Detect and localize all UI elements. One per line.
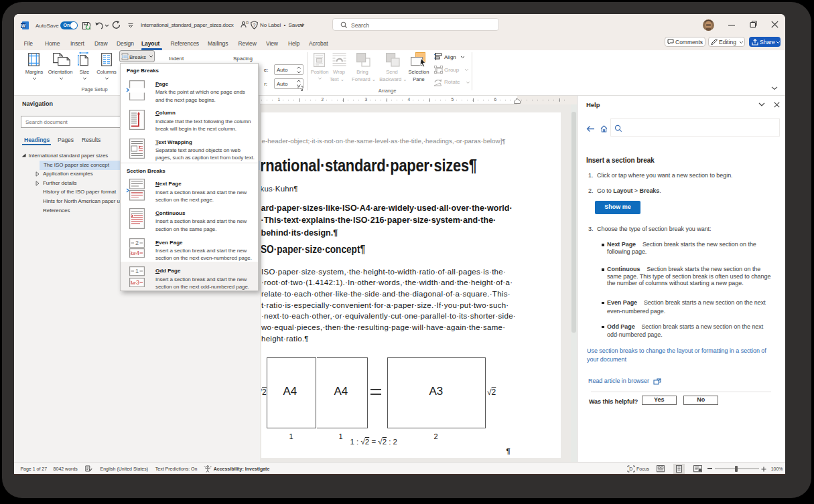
svg-text:W: W [21, 23, 25, 28]
svg-text:R: R [246, 21, 249, 25]
svg-text:2: 2 [135, 239, 139, 246]
svg-text:3: 3 [136, 279, 139, 286]
svg-text:1: 1 [135, 268, 139, 274]
svg-text:D: D [629, 467, 632, 471]
svg-text:4: 4 [136, 250, 139, 256]
svg-text:?: ? [253, 22, 256, 27]
